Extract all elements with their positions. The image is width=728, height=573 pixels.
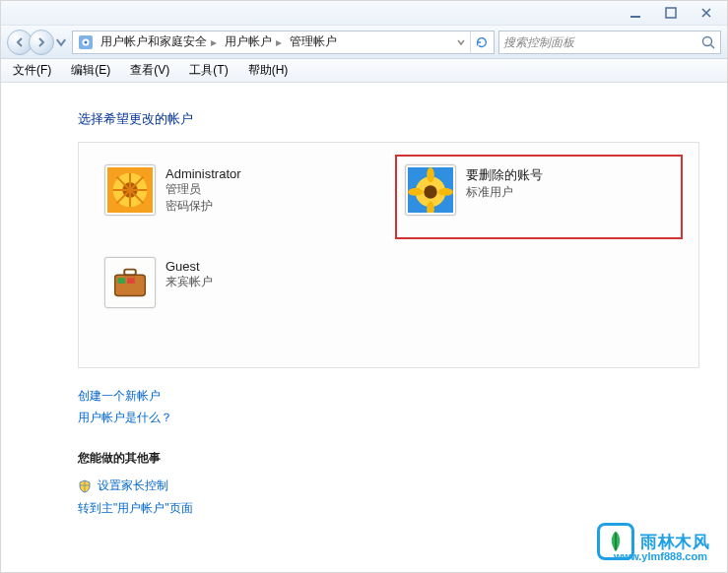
account-role: 来宾帐户 (165, 274, 213, 290)
svg-point-16 (427, 167, 434, 182)
svg-rect-24 (118, 278, 126, 284)
svg-point-15 (424, 185, 436, 198)
account-role: 标准用户 (466, 184, 543, 201)
forward-button[interactable] (29, 30, 54, 55)
close-icon (700, 7, 712, 19)
account-text: Guest 来宾帐户 (165, 257, 213, 290)
page-title: 选择希望更改的帐户 (78, 110, 699, 128)
control-panel-icon (77, 33, 95, 51)
suitcase-icon (107, 260, 153, 305)
account-to-delete[interactable]: 要删除的账号 标准用户 (401, 160, 678, 233)
avatar (104, 257, 156, 308)
chevron-right-icon: ▸ (211, 35, 217, 49)
menu-file[interactable]: 文件(F) (5, 60, 59, 81)
menu-edit[interactable]: 编辑(E) (63, 60, 118, 81)
search-input[interactable] (503, 35, 700, 49)
maximize-button[interactable] (658, 4, 684, 22)
other-things-section: 您能做的其他事 设置家长控制 转到主"用户帐户"页面 (78, 450, 699, 520)
avatar (405, 164, 456, 216)
other-things-title: 您能做的其他事 (78, 450, 699, 467)
svg-rect-1 (666, 8, 676, 18)
close-button[interactable] (694, 4, 719, 22)
maximize-icon (665, 7, 677, 19)
links-block: 创建一个新帐户 用户帐户是什么？ (78, 386, 699, 428)
minimize-icon (629, 7, 641, 19)
search-box[interactable] (498, 31, 721, 54)
watermark-url: www.ylmf888.com (614, 550, 707, 562)
account-name: Guest (165, 259, 213, 274)
menu-view[interactable]: 查看(V) (122, 60, 177, 81)
link-parental-control[interactable]: 设置家长控制 (78, 475, 699, 497)
navigation-bar: 用户帐户和家庭安全 ▸ 用户帐户 ▸ 管理帐户 (1, 26, 727, 59)
breadcrumb-label: 用户帐户 (225, 33, 272, 50)
breadcrumb-label: 管理帐户 (290, 33, 337, 50)
account-text: Administrator 管理员 密码保护 (165, 164, 241, 216)
breadcrumb-seg-0[interactable]: 用户帐户和家庭安全 ▸ (97, 32, 221, 53)
flower-orange-icon (107, 167, 153, 213)
chevron-down-icon (456, 37, 466, 47)
breadcrumb-dropdown-button[interactable] (452, 32, 470, 53)
watermark: 雨林木风 www.ylmf888.com (597, 523, 709, 560)
svg-rect-0 (630, 16, 640, 18)
refresh-button[interactable] (470, 32, 492, 53)
account-name: Administrator (165, 166, 241, 181)
window-titlebar (1, 1, 727, 26)
chevron-down-icon (54, 35, 68, 49)
svg-point-4 (85, 40, 88, 43)
link-goto-main-accounts[interactable]: 转到主"用户帐户"页面 (78, 497, 699, 520)
account-grid: Administrator 管理员 密码保护 (100, 160, 677, 312)
menu-bar: 文件(F) 编辑(E) 查看(V) 工具(T) 帮助(H) (1, 59, 727, 83)
chevron-right-icon: ▸ (276, 35, 282, 49)
sunflower-icon (408, 167, 453, 213)
svg-rect-25 (127, 278, 135, 284)
refresh-icon (475, 35, 489, 49)
svg-point-18 (408, 188, 423, 196)
content-area: 选择希望更改的帐户 Administrato (1, 83, 727, 572)
link-whatis-account[interactable]: 用户帐户是什么？ (78, 408, 699, 429)
account-text: 要删除的账号 标准用户 (466, 164, 543, 201)
link-label: 设置家长控制 (98, 475, 168, 497)
breadcrumb-seg-2[interactable]: 管理帐户 (286, 32, 341, 53)
link-label: 转到主"用户帐户"页面 (78, 497, 193, 520)
account-panel: Administrator 管理员 密码保护 (78, 142, 699, 368)
arrow-left-icon (14, 36, 26, 48)
link-create-account[interactable]: 创建一个新帐户 (78, 386, 699, 408)
account-extra: 密码保护 (165, 198, 241, 215)
nav-buttons (7, 30, 68, 55)
avatar (104, 164, 156, 216)
minimize-button[interactable] (623, 4, 648, 22)
menu-help[interactable]: 帮助(H) (240, 60, 297, 81)
history-dropdown-button[interactable] (54, 30, 68, 55)
shield-icon (78, 479, 92, 493)
account-administrator[interactable]: Administrator 管理员 密码保护 (100, 160, 377, 233)
address-bar[interactable]: 用户帐户和家庭安全 ▸ 用户帐户 ▸ 管理帐户 (72, 31, 495, 54)
arrow-right-icon (35, 36, 47, 48)
breadcrumb-seg-1[interactable]: 用户帐户 ▸ (221, 32, 286, 53)
breadcrumb-label: 用户帐户和家庭安全 (100, 33, 207, 50)
account-name: 要删除的账号 (466, 166, 543, 184)
svg-point-19 (437, 188, 452, 196)
search-icon (700, 34, 716, 50)
account-role: 管理员 (165, 181, 241, 198)
account-guest[interactable]: Guest 来宾帐户 (100, 253, 377, 312)
menu-tools[interactable]: 工具(T) (181, 60, 235, 81)
svg-point-5 (703, 36, 712, 45)
